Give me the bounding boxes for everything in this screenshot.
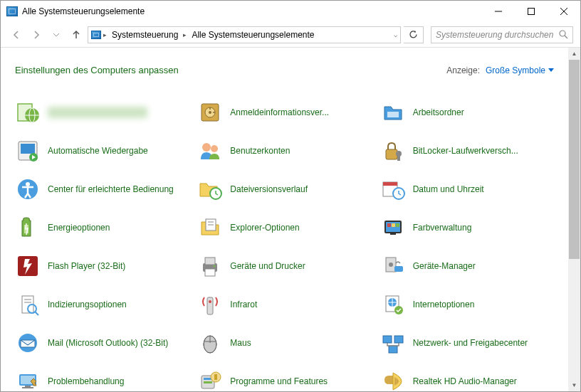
location-icon [91,31,101,39]
control-panel-item[interactable]: Dateiversionsverlauf [197,176,371,202]
back-button[interactable] [8,26,25,43]
chevron-down-icon[interactable]: ⌵ [394,31,397,38]
control-panel-item[interactable]: Center für erleichterte Bedienung [15,176,189,202]
item-label: Problembehandlung [48,376,124,387]
printer-icon [197,253,223,279]
scroll-thumb[interactable] [569,60,580,259]
control-panel-item[interactable]: Automatische Wiedergabe [15,138,189,164]
svg-rect-15 [387,112,399,117]
breadcrumb-root[interactable]: Systemsteuerung [109,30,181,40]
item-label: Automatische Wiedergabe [48,146,148,157]
control-panel-item[interactable]: ████████████ [15,100,189,125]
control-panel-item[interactable]: Anmeldeinformationsver... [197,100,371,125]
view-label: Anzeige: [446,65,480,75]
svg-rect-64 [394,336,403,343]
control-panel-item[interactable]: Geräte und Drucker [197,253,371,279]
search-placeholder: Systemsteuerung durchsuchen [436,30,559,40]
item-label: Realtek HD Audio-Manager [413,376,517,387]
index-icon [15,292,41,317]
folder-blue-icon [380,100,406,125]
control-panel-item[interactable]: Internetoptionen [380,292,554,317]
control-panel-item[interactable]: Infrarot [197,292,371,317]
item-label: Energieoptionen [48,223,110,233]
users-icon [197,138,223,164]
svg-point-20 [211,145,218,152]
control-panel-item[interactable]: BitLocker-Laufwerkversch... [380,138,554,164]
chevron-right-icon: ▸ [103,31,107,38]
troubleshoot-icon [15,369,41,391]
view-value-text: Große Symbole [486,65,545,75]
control-panel-item[interactable]: Problembehandlung [15,369,189,391]
safe-icon [197,100,223,125]
svg-rect-65 [389,346,397,353]
scroll-down-button[interactable]: ▼ [568,379,580,391]
up-button[interactable] [68,26,85,43]
chevron-down-icon [548,68,554,73]
view-dropdown[interactable]: Große Symbole [486,65,554,75]
minimize-button[interactable] [482,1,515,22]
control-panel-item[interactable]: Benutzerkonten [197,138,371,164]
items-grid: ████████████Anmeldeinformationsver...Arb… [15,100,554,391]
search-input[interactable]: Systemsteuerung durchsuchen [431,26,573,43]
control-panel-item[interactable]: Mail (Microsoft Outlook) (32-Bit) [15,330,189,356]
control-panel-item[interactable]: Farbverwaltung [380,215,554,240]
svg-rect-47 [394,266,403,272]
ease-access-icon [15,176,41,202]
control-panel-item[interactable]: Realtek HD Audio-Manager [380,369,554,391]
svg-point-44 [214,265,216,267]
item-label: Indizierungsoptionen [48,300,127,310]
folder-clock-icon [197,176,223,202]
svg-rect-1 [528,9,535,15]
control-panel-item[interactable]: Indizierungsoptionen [15,292,189,317]
scrollbar[interactable]: ▲ ▼ [568,48,580,391]
svg-rect-37 [392,223,395,227]
lock-key-icon [380,138,406,164]
control-panel-item[interactable]: Arbeitsordner [380,100,554,125]
maximize-button[interactable] [515,1,548,22]
realtek-icon [380,369,406,391]
page-title: Einstellungen des Computers anpassen [15,65,446,75]
control-panel-item[interactable]: Programme und Features [197,369,371,391]
control-panel-item[interactable]: Maus [197,330,371,356]
history-dropdown-button[interactable] [48,26,65,43]
svg-rect-38 [396,223,399,227]
color-mgmt-icon [380,215,406,240]
svg-rect-23 [397,155,400,161]
svg-rect-72 [204,381,212,383]
titlebar: Alle Systemsteuerungselemente [1,1,580,22]
item-label: Datum und Uhrzeit [413,184,484,195]
control-panel-item[interactable]: Geräte-Manager [380,253,554,279]
chevron-right-icon: ▸ [183,31,187,38]
control-panel-item[interactable]: Datum und Uhrzeit [380,176,554,202]
forward-button[interactable] [28,26,45,43]
item-label: Geräte und Drucker [230,261,305,272]
item-label: Flash Player (32-Bit) [48,261,125,272]
svg-rect-17 [21,144,35,154]
svg-rect-28 [383,182,397,186]
svg-rect-63 [383,336,392,343]
window-title: Alle Systemsteuerungselemente [22,6,482,16]
svg-rect-42 [205,258,215,265]
svg-point-12 [209,111,211,114]
mail-icon [15,330,41,356]
svg-line-52 [35,312,38,315]
content-area: Einstellungen des Computers anpassen Anz… [1,48,568,391]
item-label: Arbeitsordner [413,107,464,118]
item-label: Explorer-Optionen [230,223,299,233]
calendar-clock-icon [380,176,406,202]
svg-rect-39 [390,233,396,235]
control-panel-item[interactable]: Explorer-Optionen [197,215,371,240]
svg-point-54 [209,300,211,303]
close-button[interactable] [548,1,580,22]
refresh-button[interactable] [404,26,424,43]
svg-rect-74 [214,374,217,380]
device-mgr-icon [380,253,406,279]
control-panel-item[interactable]: Energieoptionen [15,215,189,240]
address-bar[interactable]: ▸ Systemsteuerung ▸ Alle Systemsteuerung… [88,26,401,43]
breadcrumb-current[interactable]: Alle Systemsteuerungselemente [189,30,317,40]
media-square-icon [15,138,41,164]
control-panel-item[interactable]: Flash Player (32-Bit) [15,253,189,279]
control-panel-item[interactable]: Netzwerk- und Freigabecenter [380,330,554,356]
scroll-up-button[interactable]: ▲ [568,48,580,60]
svg-point-19 [202,143,211,152]
